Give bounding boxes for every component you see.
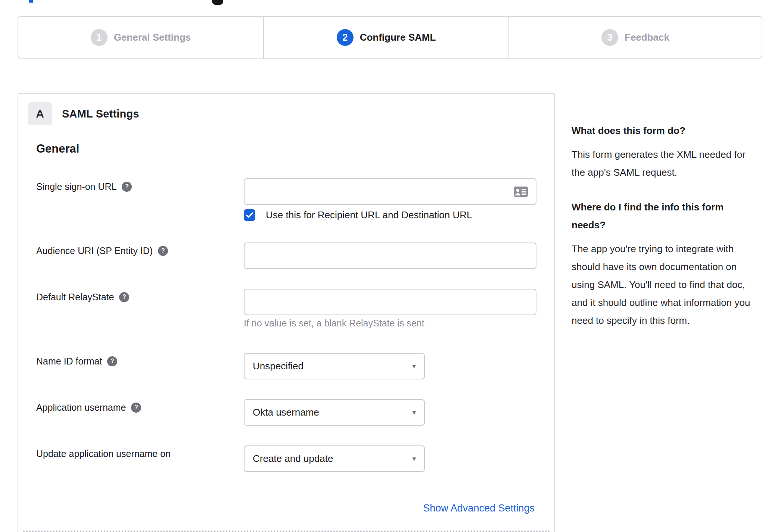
wizard-stepper: 1 General Settings 2 Configure SAML 3 Fe…: [18, 16, 762, 59]
section-badge-a: A: [28, 102, 52, 125]
step-configure-saml[interactable]: 2 Configure SAML: [263, 17, 508, 58]
help-icon[interactable]: ?: [122, 182, 132, 192]
sso-url-label: Single sign-on URL ?: [36, 181, 132, 192]
cutoff-blue-fragment: [29, 0, 33, 3]
recipient-url-checkbox-row: Use this for Recipient URL and Destinati…: [244, 209, 472, 221]
step-feedback[interactable]: 3 Feedback: [508, 17, 762, 58]
step-number-badge: 2: [337, 29, 354, 46]
help-icon[interactable]: ?: [119, 292, 129, 302]
help-icon[interactable]: ?: [158, 246, 168, 256]
step-general-settings[interactable]: 1 General Settings: [18, 17, 263, 58]
name-id-format-select[interactable]: Unspecified ▾: [244, 353, 425, 379]
recipient-url-checkbox-label: Use this for Recipient URL and Destinati…: [266, 209, 472, 221]
help-icon[interactable]: ?: [107, 356, 117, 366]
saml-settings-panel: A SAML Settings General Single sign-on U…: [18, 93, 555, 532]
checkmark-icon: [246, 212, 253, 218]
step-number-badge: 1: [91, 29, 108, 46]
show-advanced-settings-link[interactable]: Show Advanced Settings: [423, 503, 535, 514]
help-body-2: The app you're trying to integrate with …: [572, 240, 758, 329]
step-label: Configure SAML: [360, 32, 436, 43]
help-body-1: This form generates the XML needed for t…: [572, 145, 758, 181]
contact-card-icon: [513, 186, 528, 197]
relaystate-hint: If no value is set, a blank RelayState i…: [244, 318, 424, 329]
audience-uri-label: Audience URI (SP Entity ID) ?: [36, 245, 168, 256]
audience-uri-input[interactable]: [244, 242, 536, 269]
help-icon[interactable]: ?: [131, 403, 141, 413]
section-title: SAML Settings: [62, 108, 139, 120]
section-header: A SAML Settings: [28, 102, 139, 125]
default-relaystate-input[interactable]: [244, 289, 536, 315]
step-label: Feedback: [625, 32, 669, 43]
step-number-badge: 3: [601, 29, 618, 46]
step-label: General Settings: [114, 32, 191, 43]
help-title-1: What does this form do?: [572, 122, 758, 140]
default-relaystate-label: Default RelayState ?: [36, 291, 129, 303]
section-dotted-divider: [23, 531, 550, 532]
general-group-title: General: [36, 142, 79, 156]
chevron-down-icon: ▾: [412, 454, 416, 463]
name-id-format-label: Name ID format ?: [36, 356, 117, 367]
recipient-url-checkbox[interactable]: [244, 209, 255, 221]
sso-url-input[interactable]: [244, 178, 536, 205]
cutoff-logo-fragment: [212, 0, 223, 5]
application-username-select[interactable]: Okta username ▾: [244, 399, 425, 426]
help-panel: What does this form do? This form genera…: [572, 122, 758, 329]
application-username-label: Application username ?: [36, 402, 141, 413]
chevron-down-icon: ▾: [412, 362, 416, 370]
help-title-2: Where do I find the info this form needs…: [572, 198, 747, 234]
sso-url-input-wrap: [244, 178, 536, 205]
chevron-down-icon: ▾: [412, 408, 416, 416]
update-app-username-select[interactable]: Create and update ▾: [244, 445, 425, 472]
update-app-username-label: Update application username on: [36, 448, 171, 459]
